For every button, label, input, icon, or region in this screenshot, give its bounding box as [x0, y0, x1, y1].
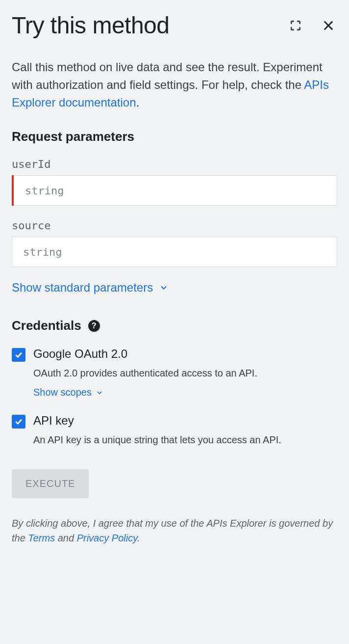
check-icon [14, 417, 24, 427]
close-icon [322, 19, 335, 32]
help-icon[interactable]: ? [88, 320, 100, 332]
show-standard-params-label: Show standard parameters [12, 281, 153, 295]
show-scopes-label: Show scopes [33, 387, 92, 398]
param-source-wrapper [12, 237, 337, 267]
disclaimer-text: By clicking above, I agree that my use o… [12, 516, 337, 545]
credentials-heading-text: Credentials [12, 318, 81, 333]
execute-button[interactable]: EXECUTE [12, 469, 89, 498]
close-button[interactable] [320, 17, 337, 34]
description-text: Call this method on live data and see th… [12, 60, 323, 91]
disclaimer-after: . [137, 533, 140, 543]
check-icon [14, 350, 24, 360]
param-source-label: source [12, 219, 337, 232]
description-suffix: . [136, 96, 139, 109]
param-source-group: source [12, 219, 337, 267]
oauth-body: OAuth 2.0 provides authenticated access … [33, 368, 337, 398]
oauth-description: OAuth 2.0 provides authenticated access … [33, 368, 337, 379]
fullscreen-icon [289, 19, 302, 32]
credentials-section: Credentials ? Google OAuth 2.0 OAuth 2.0… [12, 318, 337, 446]
oauth-label: Google OAuth 2.0 [33, 347, 127, 361]
apikey-checkbox[interactable] [12, 415, 25, 429]
param-userid-group: userId [12, 158, 337, 206]
show-standard-params-button[interactable]: Show standard parameters [12, 281, 169, 295]
panel-header: Try this method [12, 12, 337, 39]
request-params-heading: Request parameters [12, 129, 337, 144]
apikey-body: An API key is a unique string that lets … [33, 434, 337, 446]
param-userid-wrapper [12, 175, 337, 206]
terms-link[interactable]: Terms [28, 533, 55, 543]
chevron-down-icon [159, 283, 169, 293]
param-userid-input[interactable] [12, 175, 337, 206]
param-userid-label: userId [12, 158, 337, 170]
disclaimer-and: and [55, 533, 76, 543]
privacy-link[interactable]: Privacy Policy [77, 533, 137, 543]
param-source-input[interactable] [12, 237, 337, 267]
panel-title: Try this method [12, 12, 170, 39]
panel-description: Call this method on live data and see th… [12, 58, 337, 111]
credential-oauth-row: Google OAuth 2.0 [12, 347, 337, 362]
oauth-checkbox[interactable] [12, 348, 25, 362]
fullscreen-button[interactable] [287, 17, 304, 34]
chevron-down-icon [96, 389, 103, 397]
apikey-description: An API key is a unique string that lets … [33, 434, 337, 446]
credentials-heading: Credentials ? [12, 318, 337, 333]
credential-apikey-row: API key [12, 414, 337, 429]
apikey-label: API key [33, 414, 74, 428]
show-scopes-button[interactable]: Show scopes [33, 387, 103, 398]
header-actions [287, 17, 337, 34]
